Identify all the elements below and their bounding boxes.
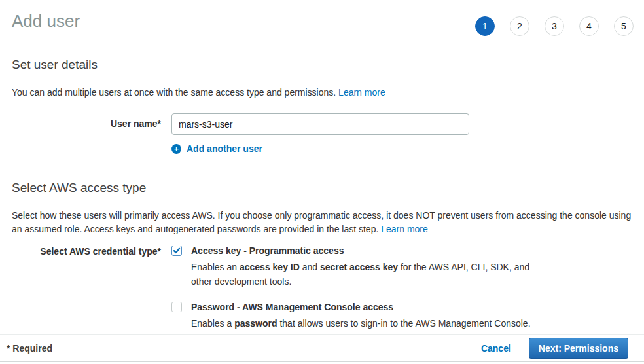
step-number: 1 <box>482 21 488 31</box>
step-indicator-2: 2 <box>510 16 529 36</box>
access-type-description: Select how these users will primarily ac… <box>12 209 632 236</box>
user-name-label: User name* <box>12 113 171 135</box>
user-name-row: User name* <box>12 113 632 135</box>
password-option-title: Password - AWS Management Console access <box>191 301 531 313</box>
add-icon: + <box>171 144 181 154</box>
required-note: * Required <box>7 343 52 354</box>
step-indicator-3: 3 <box>545 16 564 36</box>
step-number: 4 <box>586 21 592 31</box>
user-name-input[interactable] <box>171 113 469 135</box>
step-number: 3 <box>552 21 557 31</box>
credential-type-row: Select AWS credential type* Access key -… <box>12 245 632 331</box>
learn-more-link-user-details[interactable]: Learn more <box>338 87 385 98</box>
user-details-description: You can add multiple users at once with … <box>12 86 632 100</box>
step-number: 5 <box>621 21 626 31</box>
password-option-description: Enables a password that allows users to … <box>191 316 531 331</box>
learn-more-link-access-type[interactable]: Learn more <box>381 224 428 234</box>
step-indicator-5: 5 <box>614 16 634 36</box>
next-permissions-button[interactable]: Next: Permissions <box>529 338 628 359</box>
access-key-option-title: Access key - Programmatic access <box>191 245 541 257</box>
step-indicator-1: 1 <box>475 16 495 36</box>
desc-bold: password <box>234 318 277 329</box>
description-text: You can add multiple users at once with … <box>12 87 336 98</box>
add-another-user-link[interactable]: + Add another user <box>171 143 262 154</box>
wizard-step-indicator: 1 2 3 4 5 <box>475 16 634 36</box>
access-key-option-description: Enables an access key ID and secret acce… <box>191 260 541 289</box>
desc-text: Enables a <box>191 318 234 329</box>
password-checkbox[interactable] <box>171 302 182 312</box>
check-icon <box>173 247 181 255</box>
add-another-user-label: Add another user <box>187 143 262 154</box>
access-key-checkbox[interactable] <box>171 246 182 256</box>
option-body: Password - AWS Management Console access… <box>191 301 531 331</box>
desc-bold: access key ID <box>240 262 300 272</box>
add-another-user-row: + Add another user <box>12 143 632 154</box>
cancel-button[interactable]: Cancel <box>481 343 511 354</box>
page-title: Add user <box>12 10 80 31</box>
footer-actions: Cancel Next: Permissions <box>481 338 628 359</box>
wizard-footer: * Required Cancel Next: Permissions <box>0 334 644 362</box>
description-text: Select how these users will primarily ac… <box>12 210 631 234</box>
option-password: Password - AWS Management Console access… <box>171 301 541 331</box>
credential-type-label: Select AWS credential type* <box>12 245 171 331</box>
section-heading-user-details: Set user details <box>12 58 632 79</box>
option-access-key: Access key - Programmatic access Enables… <box>171 245 541 289</box>
option-body: Access key - Programmatic access Enables… <box>191 245 541 289</box>
desc-text: Enables an <box>191 262 240 272</box>
desc-text: that allows users to sign-in to the AWS … <box>277 318 531 329</box>
section-heading-access-type: Select AWS access type <box>12 181 632 202</box>
credential-options: Access key - Programmatic access Enables… <box>171 245 541 331</box>
desc-text: and <box>300 262 320 272</box>
step-indicator-4: 4 <box>579 16 599 36</box>
desc-bold: secret access key <box>320 262 398 272</box>
page-header: Add user 1 2 3 4 5 <box>12 0 632 36</box>
step-number: 2 <box>517 21 522 31</box>
